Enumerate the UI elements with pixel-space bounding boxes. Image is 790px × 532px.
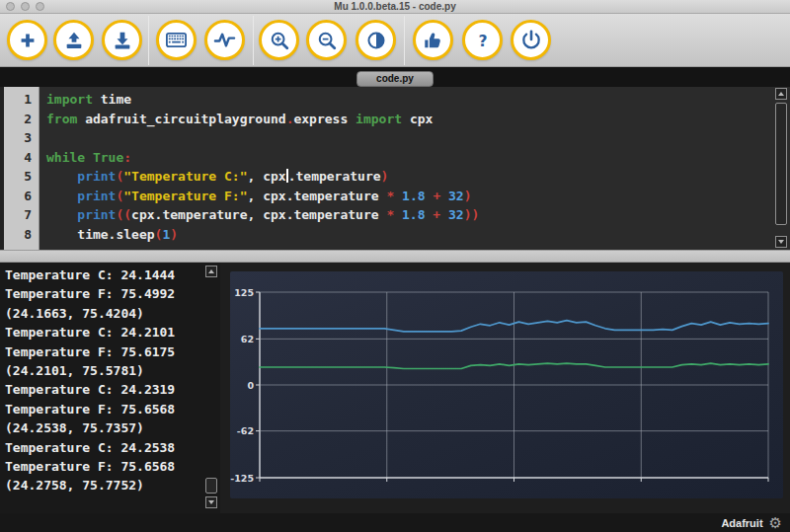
status-bar: Adafruit ⚙ xyxy=(0,513,790,532)
load-button[interactable] xyxy=(53,20,94,60)
new-button[interactable] xyxy=(7,20,47,60)
console-line: Temperature F: 75.6568 xyxy=(5,400,218,418)
magnifier-minus-icon xyxy=(316,30,338,51)
help-button[interactable]: ? xyxy=(462,20,503,60)
chevron-up-icon xyxy=(208,269,214,273)
editor-scrollbar-thumb[interactable] xyxy=(775,103,787,225)
waveform-icon xyxy=(213,29,236,51)
code-line[interactable]: time.sleep(1) xyxy=(46,225,790,245)
settings-gear-icon[interactable]: ⚙ xyxy=(769,515,782,530)
arrow-down-to-tray-icon xyxy=(112,30,133,51)
code-line[interactable] xyxy=(46,128,790,148)
window-title: Mu 1.0.0.beta.15 - code.py xyxy=(0,0,790,14)
console-line: Temperature C: 24.2319 xyxy=(5,380,218,399)
console-line: (24.1663, 75.4204) xyxy=(5,304,218,323)
arrow-up-from-tray-icon xyxy=(63,30,85,51)
console-line: Temperature F: 75.6568 xyxy=(5,457,218,476)
y-tick-label: -125 xyxy=(230,473,254,484)
save-button[interactable] xyxy=(102,20,142,60)
contrast-icon xyxy=(365,30,387,51)
console-line: Temperature F: 75.6175 xyxy=(5,342,218,361)
editor-scroll-down-button[interactable] xyxy=(775,236,787,248)
y-tick-label: 0 xyxy=(247,380,254,391)
bottom-pane: Temperature C: 24.1444Temperature F: 75.… xyxy=(0,263,790,513)
y-tick-label: 125 xyxy=(234,287,254,298)
line-number: 2 xyxy=(4,110,39,129)
chevron-up-icon xyxy=(778,92,784,96)
console-scroll-down-button[interactable] xyxy=(205,496,217,508)
zoom-in-button[interactable] xyxy=(259,20,299,60)
toolbar: ? xyxy=(0,14,790,67)
code-line[interactable]: print("Temperature F:", cpx.temperature … xyxy=(46,187,790,206)
tab-bar: code.py xyxy=(0,67,790,87)
question-icon: ? xyxy=(472,30,494,51)
serial-button[interactable] xyxy=(156,20,197,60)
line-number: 4 xyxy=(4,148,39,168)
code-line[interactable]: import time xyxy=(46,90,790,110)
line-number: 5 xyxy=(4,167,39,187)
title-bar: Mu 1.0.0.beta.15 - code.py xyxy=(0,0,790,14)
mu-editor-window: Mu 1.0.0.beta.15 - code.py xyxy=(0,0,790,532)
console-line: Temperature C: 24.2538 xyxy=(5,438,218,457)
console-line: (24.2101, 75.5781) xyxy=(5,361,218,380)
power-icon xyxy=(520,30,542,51)
plotter-chart: 125620-62-125 xyxy=(230,271,783,498)
console-line: Temperature C: 24.1444 xyxy=(5,266,218,284)
line-number-gutter: 12345678 xyxy=(4,87,40,250)
line-number: 8 xyxy=(4,225,39,245)
keyboard-icon xyxy=(165,29,188,51)
console-scrollbar-thumb[interactable] xyxy=(205,478,217,494)
code-editor[interactable]: 12345678 import timefrom adafruit_circui… xyxy=(0,87,790,250)
toolbar-separator xyxy=(253,16,254,65)
theme-button[interactable] xyxy=(356,20,396,60)
line-number: 3 xyxy=(4,128,39,148)
zoom-out-button[interactable] xyxy=(306,20,347,60)
line-number: 6 xyxy=(4,187,39,206)
console-line: Temperature F: 75.4992 xyxy=(5,284,218,303)
serial-output[interactable]: Temperature C: 24.1444Temperature F: 75.… xyxy=(0,263,220,513)
code-area[interactable]: import timefrom adafruit_circuitplaygrou… xyxy=(40,87,790,250)
plus-icon xyxy=(17,30,39,51)
svg-text:?: ? xyxy=(478,32,487,49)
console-line: Temperature C: 24.2101 xyxy=(5,323,218,342)
code-line[interactable]: print("Temperature C:", cpx.temperature) xyxy=(46,167,790,187)
check-button[interactable] xyxy=(413,20,453,60)
plot-panel: 125620-62-125 xyxy=(230,271,783,498)
pane-splitter[interactable] xyxy=(0,250,790,263)
mode-label: Adafruit xyxy=(721,517,762,529)
plotter-pane: 125620-62-125 xyxy=(220,263,790,513)
console-line: (24.2538, 75.7357) xyxy=(5,418,218,437)
toolbar-separator xyxy=(148,16,149,65)
code-line[interactable]: print((cpx.temperature, cpx.temperature … xyxy=(46,205,790,225)
line-number: 1 xyxy=(4,90,39,110)
code-line[interactable]: while True: xyxy=(46,148,790,168)
magnifier-plus-icon xyxy=(269,30,290,51)
thumbs-up-icon xyxy=(423,30,444,51)
tab-code-py[interactable]: code.py xyxy=(356,71,434,87)
code-line[interactable]: from adafruit_circuitplayground.express … xyxy=(46,110,790,129)
console-scroll-up-button[interactable] xyxy=(205,266,217,277)
y-tick-label: -62 xyxy=(237,425,254,436)
toolbar-separator xyxy=(404,16,405,65)
plotter-button[interactable] xyxy=(204,20,245,60)
y-tick-label: 62 xyxy=(241,334,254,344)
chevron-down-icon xyxy=(778,240,784,244)
editor-scroll-up-button[interactable] xyxy=(775,88,787,100)
console-line: (24.2758, 75.7752) xyxy=(5,476,218,494)
chevron-down-icon xyxy=(208,500,214,504)
quit-button[interactable] xyxy=(511,20,551,60)
line-number: 7 xyxy=(4,205,39,225)
